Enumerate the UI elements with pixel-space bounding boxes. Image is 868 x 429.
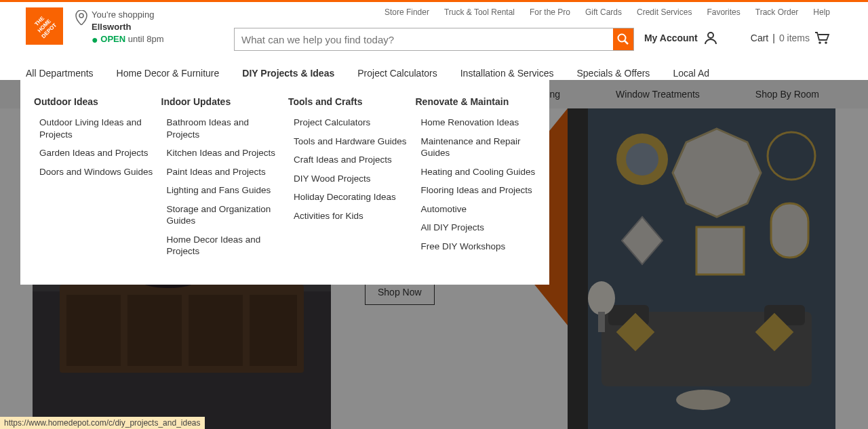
mega-heading: Outdoor Ideas: [34, 96, 155, 107]
util-credit[interactable]: Credit Services: [637, 7, 692, 17]
util-track-order[interactable]: Track Order: [755, 7, 799, 17]
home-depot-logo[interactable]: THEHOMEDEPOT: [26, 7, 63, 45]
mega-link[interactable]: Maintenance and Repair Guides: [416, 136, 536, 159]
mega-link[interactable]: Home Renovation Ideas: [416, 117, 536, 129]
search-input[interactable]: [235, 28, 613, 50]
util-help[interactable]: Help: [813, 7, 830, 17]
mega-link[interactable]: Lighting and Fans Guides: [161, 184, 282, 197]
mega-link[interactable]: Activities for Kids: [288, 210, 409, 222]
svg-line-5: [625, 41, 628, 44]
search-button[interactable]: [613, 28, 633, 50]
mega-link[interactable]: Outdoor Living Ideas and Projects: [34, 117, 155, 140]
cart[interactable]: Cart | 0 items: [751, 31, 830, 45]
mega-link[interactable]: Home Decor Ideas and Projects: [161, 234, 282, 258]
user-icon: [703, 30, 718, 45]
cart-icon: [814, 31, 830, 45]
mega-link[interactable]: Free DIY Workshops: [416, 241, 536, 253]
mega-link[interactable]: Bathroom Ideas and Projects: [161, 117, 282, 140]
status-bar-url: https://www.homedepot.com/c/diy_projects…: [0, 417, 205, 429]
account-label: My Account: [644, 33, 698, 43]
svg-point-4: [618, 35, 626, 42]
mega-link[interactable]: Paint Ideas and Projects: [161, 166, 282, 178]
util-truck-rental[interactable]: Truck & Tool Rental: [444, 7, 515, 17]
util-gift-cards[interactable]: Gift Cards: [585, 7, 622, 17]
store-hours: ● OPEN until 8pm: [92, 33, 164, 47]
mega-link[interactable]: Heating and Cooling Guides: [416, 166, 536, 178]
mega-link[interactable]: Holiday Decorating Ideas: [288, 191, 409, 203]
mega-heading: Indoor Updates: [161, 96, 282, 107]
search-bar: [234, 28, 634, 51]
cart-label: Cart: [751, 33, 768, 43]
mega-link[interactable]: Craft Ideas and Projects: [288, 154, 409, 166]
store-location[interactable]: You're shopping Ellsworth ● OPEN until 8…: [75, 9, 164, 47]
mega-col-outdoor: Outdoor Ideas Outdoor Living Ideas and P…: [34, 96, 155, 264]
mega-col-renovate: Renovate & Maintain Home Renovation Idea…: [416, 96, 536, 264]
shopping-label: You're shopping: [92, 9, 164, 21]
mega-link[interactable]: Storage and Organization Guides: [161, 203, 282, 227]
mega-heading: Tools and Crafts: [288, 96, 409, 107]
mega-link[interactable]: All DIY Projects: [416, 222, 536, 234]
mega-col-indoor: Indoor Updates Bathroom Ideas and Projec…: [161, 96, 282, 264]
util-for-pro[interactable]: For the Pro: [530, 7, 570, 17]
mega-link[interactable]: Tools and Hardware Guides: [288, 136, 409, 148]
svg-point-7: [818, 41, 821, 44]
mega-link[interactable]: Garden Ideas and Projects: [34, 147, 155, 159]
cart-divider: |: [772, 33, 775, 43]
svg-point-8: [825, 41, 827, 44]
mega-link[interactable]: Automotive: [416, 203, 536, 216]
utility-nav: Store Finder Truck & Tool Rental For the…: [384, 7, 830, 17]
util-store-finder[interactable]: Store Finder: [384, 7, 429, 17]
mega-col-tools: Tools and Crafts Project Calculators Too…: [288, 96, 409, 264]
util-favorites[interactable]: Favorites: [707, 7, 740, 17]
mega-link[interactable]: Flooring Ideas and Projects: [416, 184, 536, 197]
my-account[interactable]: My Account: [644, 30, 718, 45]
mega-link[interactable]: Project Calculators: [288, 117, 409, 129]
mega-menu: Outdoor Ideas Outdoor Living Ideas and P…: [20, 80, 549, 285]
cart-items: 0 items: [779, 33, 810, 43]
mega-link[interactable]: Kitchen Ideas and Projects: [161, 147, 282, 159]
search-icon: [617, 33, 629, 45]
svg-point-6: [708, 33, 713, 38]
mega-heading: Renovate & Maintain: [416, 96, 536, 107]
mega-link[interactable]: Doors and Windows Guides: [34, 166, 155, 178]
mega-link[interactable]: DIY Wood Projects: [288, 173, 409, 185]
store-name: Ellsworth: [92, 21, 164, 33]
map-pin-icon: [75, 10, 87, 28]
